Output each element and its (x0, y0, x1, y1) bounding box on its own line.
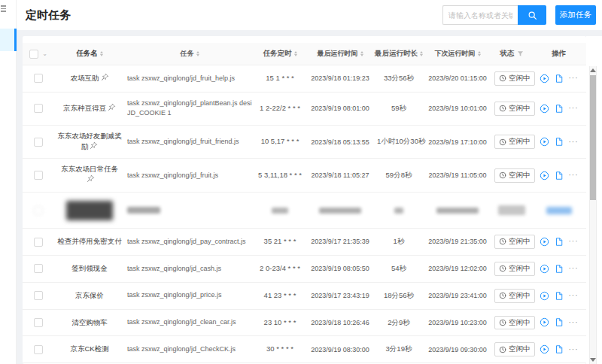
row-checkbox[interactable] (34, 171, 43, 180)
row-checkbox[interactable] (34, 104, 43, 113)
vertical-scrollbar[interactable] (589, 66, 597, 364)
task-name: 京东CK检测 (70, 344, 108, 353)
status-cell: 空闲中 (492, 283, 531, 309)
clock-icon (499, 171, 506, 179)
last-run-duration: 1秒 (375, 231, 423, 253)
chevron-down-icon[interactable]: ⌄ (42, 50, 47, 57)
view-log-button[interactable] (555, 264, 564, 274)
row-checkbox[interactable] (34, 138, 43, 147)
task-name-cell[interactable]: 东东农场日常任务 (54, 159, 125, 192)
more-actions-button[interactable]: ··· (569, 105, 579, 112)
view-log-button[interactable] (555, 104, 564, 114)
table-body: 农场互助 task zsxwz_qinglong/jd_fruit_help.j… (23, 65, 586, 364)
table-row: ··· (23, 193, 586, 229)
scrollbar-thumb[interactable] (590, 75, 596, 200)
row-selection-cell (23, 131, 54, 153)
run-task-button[interactable] (540, 291, 549, 301)
status-label: 空闲中 (509, 104, 531, 114)
status-label: 空闲中 (509, 291, 531, 301)
row-checkbox[interactable] (34, 291, 43, 300)
task-name-cell[interactable]: 京东种豆得豆 (54, 97, 125, 120)
task-name-cell[interactable]: 京东CK检测 (54, 338, 125, 360)
row-checkbox[interactable] (34, 74, 43, 83)
run-task-button[interactable] (540, 237, 549, 247)
view-log-button[interactable] (555, 74, 564, 83)
task-schedule: 2 0-23/4 * * * (254, 258, 306, 280)
run-task-button[interactable] (540, 74, 549, 83)
view-log-button[interactable] (555, 137, 564, 147)
main-area: 定时任务 添加任务 ⌄ 任务名 (17, 0, 602, 364)
row-selection-cell (23, 98, 54, 120)
task-name-cell[interactable]: 清空购物车 (54, 312, 125, 334)
view-log-button[interactable] (555, 171, 564, 180)
more-actions-button[interactable]: ··· (569, 74, 579, 82)
add-task-button[interactable]: 添加任务 (555, 5, 596, 25)
row-checkbox[interactable] (34, 345, 43, 354)
column-header-duration[interactable]: 最后运行时长 (375, 49, 423, 59)
more-actions-button[interactable]: ··· (569, 138, 579, 146)
run-task-button[interactable] (540, 171, 549, 180)
search-input[interactable] (442, 5, 518, 25)
last-run-time: 2023/9/18 01:19:23 (306, 68, 375, 89)
scroll-down-arrow-icon[interactable] (590, 358, 596, 362)
next-run-time: 2023/9/19 10:23:00 (423, 312, 492, 333)
run-task-button[interactable] (540, 317, 549, 327)
row-selection-cell (23, 231, 54, 253)
view-log-button[interactable] (555, 291, 564, 301)
last-run-time (306, 199, 375, 220)
run-task-button[interactable] (540, 137, 549, 147)
column-header-next-run[interactable]: 下次运行时间 (423, 49, 492, 59)
scroll-up-arrow-icon[interactable] (590, 68, 596, 72)
row-selection-cell (23, 68, 54, 89)
task-name-cell[interactable] (54, 195, 125, 226)
status-cell: 空闲中 (492, 336, 531, 362)
column-header-cron[interactable]: 任务定时 (254, 49, 306, 59)
column-header-status[interactable]: 状态 (492, 49, 531, 59)
status-badge: 空闲中 (494, 342, 535, 356)
more-actions-button[interactable]: ··· (569, 319, 579, 326)
row-checkbox[interactable] (34, 264, 43, 273)
last-run-time: 2023/9/18 10:26:46 (306, 312, 375, 333)
run-task-button[interactable] (540, 104, 549, 114)
run-task-button[interactable] (540, 344, 549, 354)
task-name-cell[interactable]: 检查并停用免密支付 (54, 231, 125, 253)
more-actions-button[interactable]: ··· (569, 265, 579, 272)
task-name-cell[interactable]: 东东农场好友删减奖励 (54, 126, 125, 159)
more-actions-button[interactable]: ··· (569, 171, 579, 179)
actions-cell: ··· (531, 201, 586, 220)
task-schedule: 15 1 * * * (254, 68, 306, 89)
clock-icon (499, 319, 506, 326)
more-actions-button[interactable]: ··· (569, 292, 579, 299)
menu-icon (1, 5, 6, 11)
run-task-button[interactable] (540, 264, 549, 274)
last-run-time: 2023/9/18 11:05:27 (306, 165, 375, 186)
row-checkbox[interactable] (34, 238, 43, 247)
more-actions-button[interactable]: ··· (569, 238, 579, 245)
view-log-button[interactable] (555, 344, 564, 354)
column-header-task-name[interactable]: 任务名 (54, 49, 125, 59)
last-run-duration: 2分9秒 (375, 312, 423, 334)
status-badge: 空闲中 (494, 71, 535, 86)
search-button[interactable] (518, 5, 546, 25)
task-schedule: 5 3,11,18 * * * (254, 165, 306, 187)
view-log-button[interactable] (555, 317, 564, 327)
row-checkbox[interactable] (34, 318, 43, 327)
task-name-cell[interactable]: 京东保价 (54, 285, 125, 307)
sidebar-item-selected[interactable] (0, 29, 17, 51)
column-header-task[interactable]: 任务 (125, 49, 254, 59)
row-selection-cell (23, 312, 54, 334)
column-header-last-run[interactable]: 最后运行时间 (306, 49, 375, 59)
task-name-cell[interactable]: 签到领现金 (54, 258, 125, 280)
status-cell: 空闲中 (492, 229, 531, 255)
table-row: 清空购物车 task zsxwz_qinglong/jd_clean_car.j… (23, 310, 586, 337)
row-checkbox[interactable] (34, 206, 43, 215)
status-badge: 空闲中 (494, 135, 535, 149)
pushpin-icon (90, 141, 98, 153)
view-log-button[interactable] (555, 237, 564, 247)
select-all-checkbox[interactable] (29, 50, 38, 59)
task-command: task zsxwz_qinglong/jd_CheckCK.js (125, 338, 254, 361)
last-run-time: 2023/9/19 08:05:50 (306, 258, 375, 279)
task-name-cell[interactable]: 农场互助 (54, 67, 125, 90)
more-actions-button[interactable]: ··· (569, 346, 579, 353)
filter-icon[interactable] (517, 50, 524, 57)
